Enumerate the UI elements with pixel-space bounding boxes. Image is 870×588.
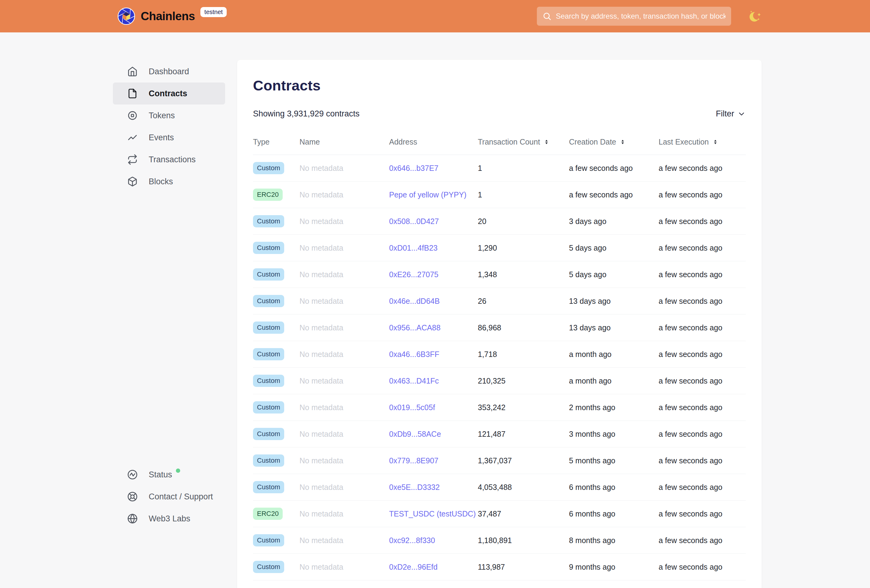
address-link[interactable]: 0xc92...8f330 — [389, 536, 435, 545]
search-input[interactable] — [556, 12, 725, 21]
column-header-creation-date[interactable]: Creation Date — [569, 138, 658, 146]
type-badge: Custom — [253, 215, 284, 227]
address-link[interactable]: 0x956...ACA88 — [389, 323, 441, 332]
type-badge: Custom — [253, 428, 284, 440]
type-cell: Custom — [253, 534, 299, 546]
sidebar-item-events[interactable]: Events — [113, 126, 225, 148]
address-link[interactable]: 0xe5E...D3332 — [389, 483, 439, 491]
sidebar-item-transactions[interactable]: Transactions — [113, 148, 225, 171]
creation-date-cell: a few seconds ago — [569, 164, 658, 173]
last-execution-cell: a few seconds ago — [658, 297, 746, 306]
tx-count-cell: 20 — [478, 217, 569, 226]
sort-icon — [544, 139, 550, 145]
creation-date-cell: 9 months ago — [569, 563, 658, 572]
address-link[interactable]: 0x646...b37E7 — [389, 164, 438, 172]
type-cell: Custom — [253, 268, 299, 281]
tx-count-cell: 1,180,891 — [478, 536, 569, 545]
address-link[interactable]: 0xD2e...96Efd — [389, 563, 438, 571]
sort-icon — [712, 139, 718, 145]
type-badge: Custom — [253, 534, 284, 546]
sidebar-item-contracts[interactable]: Contracts — [113, 83, 225, 104]
token-icon — [127, 110, 138, 121]
last-execution-cell: a few seconds ago — [658, 456, 746, 465]
filter-button[interactable]: Filter — [716, 109, 746, 119]
dark-mode-toggle[interactable] — [748, 9, 763, 24]
sidebar-item-label: Blocks — [149, 177, 173, 186]
table-row: CustomNo metadata0xE26...270751,3485 day… — [253, 261, 746, 288]
address-cell: 0xc92...8f330 — [389, 536, 478, 545]
address-cell: 0x019...5c05f — [389, 403, 478, 412]
type-cell: Custom — [253, 215, 299, 227]
address-link[interactable]: 0x508...0D427 — [389, 217, 439, 226]
address-link[interactable]: 0xE26...27075 — [389, 270, 438, 279]
type-cell: Custom — [253, 561, 299, 573]
type-badge: Custom — [253, 454, 284, 467]
transactions-icon — [127, 154, 138, 165]
address-link[interactable]: 0x463...D41Fc — [389, 377, 439, 385]
name-cell: No metadata — [299, 563, 389, 572]
chevron-down-icon — [737, 110, 746, 118]
address-link[interactable]: TEST_USDC (testUSDC) — [389, 509, 476, 518]
table-row: CustomNo metadata0xD2e...96Efd113,9879 m… — [253, 554, 746, 581]
type-cell: Custom — [253, 375, 299, 387]
name-cell: No metadata — [299, 323, 389, 332]
creation-date-cell: a month ago — [569, 377, 658, 385]
app-header: Chainlens testnet — [0, 0, 870, 33]
address-cell: 0xe5E...D3332 — [389, 483, 478, 492]
name-cell: No metadata — [299, 403, 389, 412]
type-cell: Custom — [253, 428, 299, 440]
column-header-name: Name — [299, 138, 389, 146]
type-cell: Custom — [253, 454, 299, 467]
sidebar-item-contact-support[interactable]: Contact / Support — [113, 486, 225, 508]
tx-count-cell: 113,987 — [478, 563, 569, 572]
address-link[interactable]: 0xDb9...58ACe — [389, 430, 441, 438]
address-cell: 0xD01...4fB23 — [389, 244, 478, 252]
address-cell: 0xD2e...96Efd — [389, 563, 478, 572]
sidebar-item-dashboard[interactable]: Dashboard — [113, 61, 225, 83]
address-link[interactable]: 0x779...8E907 — [389, 456, 438, 465]
address-cell: 0x956...ACA88 — [389, 323, 478, 332]
brand-logo-link[interactable]: Chainlens testnet — [118, 0, 227, 33]
table-row: ERC20No metadataTEST_USDC (testUSDC)37,4… — [253, 500, 746, 527]
type-cell: ERC20 — [253, 189, 299, 201]
sidebar-item-label: Events — [149, 133, 174, 143]
table-body: CustomNo metadata0x646...b37E71a few sec… — [253, 155, 746, 581]
column-header-transaction-count[interactable]: Transaction Count — [478, 138, 569, 146]
address-cell: 0x779...8E907 — [389, 456, 478, 465]
address-cell: Pepe of yellow (PYPY) — [389, 190, 478, 199]
type-badge: Custom — [253, 162, 284, 174]
table-row: CustomNo metadata0x779...8E9071,367,0375… — [253, 447, 746, 474]
last-execution-cell: a few seconds ago — [658, 483, 746, 492]
name-cell: No metadata — [299, 483, 389, 492]
address-link[interactable]: 0xD01...4fB23 — [389, 244, 438, 252]
table-row: CustomNo metadata0xc92...8f3301,180,8918… — [253, 527, 746, 554]
creation-date-cell: 5 days ago — [569, 244, 658, 252]
status-icon — [127, 469, 138, 480]
sidebar-item-tokens[interactable]: Tokens — [113, 104, 225, 126]
name-cell: No metadata — [299, 164, 389, 173]
name-cell: No metadata — [299, 536, 389, 545]
table-row: CustomNo metadata0x646...b37E71a few sec… — [253, 155, 746, 181]
globe-icon — [127, 514, 138, 524]
sidebar-item-label: Contact / Support — [149, 492, 213, 502]
address-link[interactable]: 0x019...5c05f — [389, 403, 435, 412]
address-link[interactable]: Pepe of yellow (PYPY) — [389, 190, 466, 199]
address-link[interactable]: 0x46e...dD64B — [389, 297, 439, 305]
name-cell: No metadata — [299, 377, 389, 385]
tx-count-cell: 86,968 — [478, 323, 569, 332]
type-badge: Custom — [253, 375, 284, 387]
address-link[interactable]: 0xa46...6B3FF — [389, 350, 439, 358]
tx-count-cell: 1,367,037 — [478, 456, 569, 465]
sidebar-item-web3-labs[interactable]: Web3 Labs — [113, 508, 225, 530]
name-cell: No metadata — [299, 217, 389, 226]
last-execution-cell: a few seconds ago — [658, 377, 746, 385]
name-cell: No metadata — [299, 190, 389, 199]
name-cell: No metadata — [299, 297, 389, 306]
type-cell: ERC20 — [253, 508, 299, 520]
column-header-last-execution[interactable]: Last Execution — [658, 138, 746, 146]
name-cell: No metadata — [299, 456, 389, 465]
tx-count-cell: 1,290 — [478, 244, 569, 252]
last-execution-cell: a few seconds ago — [658, 323, 746, 332]
sidebar-item-status[interactable]: Status — [113, 463, 225, 486]
sidebar-item-blocks[interactable]: Blocks — [113, 171, 225, 193]
